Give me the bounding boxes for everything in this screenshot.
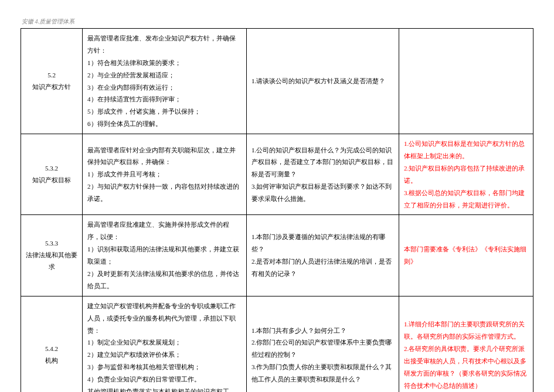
section-number: 5.3.2 (26, 163, 77, 175)
section-title: 知识产权目标 (26, 175, 77, 186)
page-header: 安徽 4.质量管理体系 (21, 18, 533, 26)
section-cell: 5.2知识产权方针 (21, 29, 83, 134)
section-title: 机构 (26, 355, 77, 367)
question-cell: 1.公司的知识产权目标是什么？为完成公司的知识产权目标，是否建立了本部门的知识产… (247, 134, 399, 215)
remark-cell: 本部门需要准备《专利法》《专利法实施细则》 (399, 215, 533, 296)
section-title: 法律法规和其他要求 (26, 250, 77, 273)
remark-cell: 1.公司知识产权目标是在知识产权方针的总体框架上制定出来的。 2.知识产权目标的… (399, 134, 533, 215)
remark-cell: 1.详细介绍本部门的主要职责跟研究所的关联。各研究所内部的实际运作管理方式。 2… (399, 296, 533, 392)
section-number: 5.2 (26, 70, 77, 81)
standard-cell: 建立知识产权管理机构并配备专业的专职或兼职工作人员，或委托专业的服务机构代为管理… (83, 296, 247, 392)
section-cell: 5.3.3法律法规和其他要求 (21, 215, 83, 296)
question-cell: 1.本部门涉及要遵循的知识产权法律法规的有哪些？ 2.是否对本部门的人员进行法律… (247, 215, 399, 296)
standard-cell: 最高管理者应批准建立、实施并保持形成文件的程序，以便： 1）识别和获取适用的法律… (83, 215, 247, 296)
section-number: 5.3.3 (26, 238, 77, 250)
question-cell: 1.本部门共有多少人？如何分工？ 2.你部门在公司的知识产权管理体系中主要负责哪… (247, 296, 399, 392)
section-cell: 5.4.2机构 (21, 296, 83, 392)
remark-cell (399, 29, 533, 134)
main-table: 5.2知识产权方针最高管理者应批准、发布企业知识产权方针，并确保方针： 1）符合… (21, 28, 533, 392)
question-cell: 1.请谈谈公司的知识产权方针及涵义是否清楚？ (247, 29, 399, 134)
section-title: 知识产权方针 (26, 81, 77, 93)
section-number: 5.4.2 (26, 343, 77, 355)
standard-cell: 最高管理者应针对企业内部有关职能和层次，建立并保持知识产权目标，并确保： 1）形… (83, 134, 247, 215)
standard-cell: 最高管理者应批准、发布企业知识产权方针，并确保方针： 1）符合相关法律和政策的要… (83, 29, 247, 134)
section-cell: 5.3.2知识产权目标 (21, 134, 83, 215)
